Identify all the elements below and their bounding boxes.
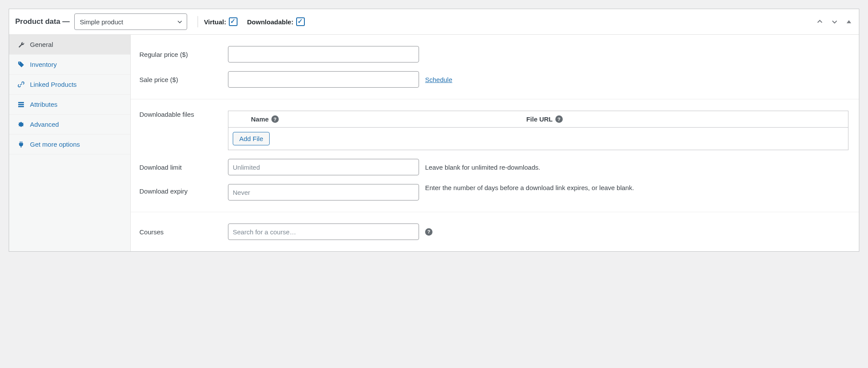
move-down-icon[interactable] [829, 16, 840, 27]
tabs: General Inventory Linked Products Attrib… [9, 35, 131, 251]
product-type-dropdown[interactable]: Simple product [74, 13, 187, 30]
price-block: Regular price ($) Sale price ($) Schedul… [131, 35, 859, 99]
sale-price-row: Sale price ($) Schedule [139, 67, 848, 92]
virtual-checkbox[interactable] [229, 17, 238, 26]
tab-label: Attributes [30, 101, 57, 108]
tab-label: General [30, 41, 53, 48]
schedule-link[interactable]: Schedule [425, 76, 452, 83]
add-file-button[interactable]: Add File [233, 132, 270, 145]
wrench-icon [17, 41, 25, 48]
downloadable-files-row: Downloadable files Name ? File URL ? [139, 106, 848, 154]
download-expiry-label: Download expiry [139, 184, 222, 195]
files-table-footer: Add File [228, 128, 848, 150]
regular-price-row: Regular price ($) [139, 42, 848, 67]
downloadable-label: Downloadable: [247, 18, 294, 26]
downloadable-files-table: Name ? File URL ? Add File [228, 111, 848, 150]
tab-attributes[interactable]: Attributes [9, 95, 130, 115]
tab-label: Advanced [30, 121, 59, 128]
help-icon[interactable]: ? [271, 115, 279, 123]
download-expiry-help: Enter the number of days before a downlo… [425, 184, 634, 191]
product-type-select[interactable]: Simple product [74, 13, 187, 30]
link-icon [17, 81, 25, 88]
plug-icon [17, 141, 25, 148]
regular-price-input[interactable] [228, 46, 419, 62]
divider [198, 16, 198, 27]
downloadable-files-label: Downloadable files [139, 111, 222, 118]
toggle-panel-icon[interactable] [844, 17, 854, 26]
sale-price-input[interactable] [228, 71, 419, 88]
download-limit-label: Download limit [139, 164, 222, 171]
list-icon [17, 101, 25, 108]
courses-block: Courses ? [131, 212, 859, 251]
downloadable-checkbox[interactable] [296, 17, 305, 26]
help-icon[interactable]: ? [425, 228, 432, 236]
tab-linked-products[interactable]: Linked Products [9, 75, 130, 95]
download-expiry-input[interactable] [228, 184, 419, 200]
col-name: Name ? [245, 111, 520, 127]
panel-title: Product data — [15, 17, 70, 26]
download-limit-help: Leave blank for unlimited re-downloads. [425, 164, 540, 171]
files-table-header: Name ? File URL ? [228, 111, 848, 128]
courses-row: Courses ? [139, 219, 848, 244]
col-url: File URL ? [520, 111, 848, 127]
panel-body: General Inventory Linked Products Attrib… [9, 35, 859, 251]
col-name-label: Name [251, 115, 269, 123]
product-data-panel: Product data — Simple product Virtual: D… [9, 9, 859, 252]
move-up-icon[interactable] [815, 16, 825, 27]
virtual-label: Virtual: [204, 18, 226, 26]
col-handle [228, 111, 245, 127]
tab-general[interactable]: General [9, 35, 130, 55]
download-expiry-row: Download expiry Enter the number of days… [139, 180, 848, 205]
sale-price-label: Sale price ($) [139, 76, 222, 83]
col-url-label: File URL [526, 115, 553, 123]
gear-icon [17, 121, 25, 128]
tab-label: Inventory [30, 61, 57, 68]
courses-label: Courses [139, 228, 222, 236]
tab-content: Regular price ($) Sale price ($) Schedul… [131, 35, 859, 251]
panel-header: Product data — Simple product Virtual: D… [9, 9, 859, 35]
downloadable-option: Downloadable: [247, 17, 305, 26]
courses-input[interactable] [228, 223, 419, 240]
tab-inventory[interactable]: Inventory [9, 55, 130, 75]
tab-get-more-options[interactable]: Get more options [9, 135, 130, 154]
download-limit-row: Download limit Leave blank for unlimited… [139, 154, 848, 180]
virtual-option: Virtual: [204, 17, 238, 26]
panel-header-actions [815, 16, 854, 27]
download-limit-input[interactable] [228, 159, 419, 175]
download-block: Downloadable files Name ? File URL ? [131, 99, 859, 212]
tab-label: Linked Products [30, 81, 77, 88]
tab-advanced[interactable]: Advanced [9, 115, 130, 135]
help-icon[interactable]: ? [555, 115, 563, 123]
regular-price-label: Regular price ($) [139, 51, 222, 58]
tab-label: Get more options [30, 141, 80, 148]
tag-icon [17, 61, 25, 68]
